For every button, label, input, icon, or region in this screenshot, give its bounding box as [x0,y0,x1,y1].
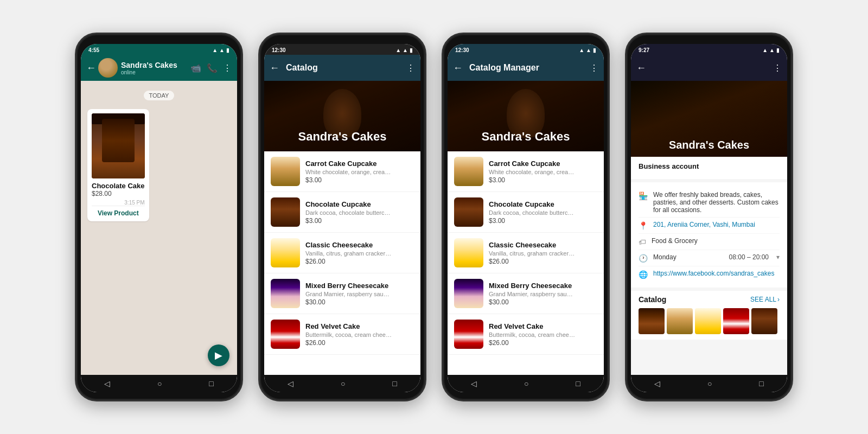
status-icons-4: ▲ ▲ ▮ [762,47,780,53]
voice-call-icon[interactable]: 📞 [207,63,218,73]
back-button-3[interactable]: ← [453,62,463,74]
back-button-4[interactable]: ← [636,62,646,74]
catalog-item-name-3: Mixed Berry Cheesecake [305,282,414,290]
phones-container: 4:55 ▲ ▲ ▮ ← Sandra's Cakes online 📹 [64,22,804,412]
catalog-item-price-4: $26.00 [305,339,414,347]
phone-2: 12:30 ▲ ▲ ▮ ← Catalog ⋮ Sandra's Cakes [258,33,426,401]
catalog-item-info-3: Mixed Berry Cheesecake Grand Marnier, ra… [305,282,414,306]
status-bar-1: 4:55 ▲ ▲ ▮ [81,44,237,55]
send-button[interactable]: ▶ [208,344,229,366]
contact-status: online [121,69,190,75]
tag-icon: 🏷 [639,238,646,246]
hours-row[interactable]: 🕐 Monday 08:00 – 20:00 ▾ [639,250,780,266]
catalog-item-info-0: Carrot Cake Cupcake White chocolate, ora… [305,159,414,184]
see-all-button[interactable]: SEE ALL › [750,296,780,303]
profile-hero: Sandra's Cakes [631,81,787,157]
catalog-item-desc-2: Vanilla, citrus, graham cracker crust... [489,250,576,257]
product-bubble: Chocolate Cake $28.00 3:15 PM View Produ… [87,109,149,221]
battery-icon-4: ▮ [776,47,780,53]
catalog-item[interactable]: Classic Cheesecake Vanilla, citrus, grah… [448,233,604,273]
video-call-icon[interactable]: 📹 [190,63,201,73]
profile-hero-title: Sandra's Cakes [631,139,787,151]
more-options-icon[interactable]: ⋮ [223,63,232,73]
catalog-hero-3: Sandra's Cakes [448,81,604,151]
catalog-thumbnails [631,306,787,340]
thumb-2[interactable] [667,308,693,334]
signal-icon-2: ▲ [403,47,408,53]
nav-back-2[interactable]: ◁ [288,379,293,388]
chevron-right-icon: › [777,296,780,303]
app-bar-4: ← ⋮ [631,55,787,81]
nav-home-1[interactable]: ○ [157,379,162,388]
catalog-item-img-3 [454,279,483,308]
more-options-icon-4[interactable]: ⋮ [773,63,782,73]
nav-home-2[interactable]: ○ [341,379,345,388]
catalog-item-name-1: Chocolate Cupcake [305,200,414,208]
catalog-item-price-0: $3.00 [305,176,414,184]
phone-4-screen: 9:27 ▲ ▲ ▮ ← ⋮ Sandra's Cakes Business a… [631,44,787,392]
wifi-icon-2: ▲ [395,47,401,53]
thumb-4[interactable] [723,308,749,334]
description-row: 🏪 We offer freshly baked breads, cakes, … [639,188,780,218]
info-section: 🏪 We offer freshly baked breads, cakes, … [631,182,787,288]
hero-title-3: Sandra's Cakes [482,130,570,151]
catalog-item-name-0: Carrot Cake Cupcake [305,159,414,168]
app-bar-icons-1: 📹 📞 ⋮ [190,63,232,73]
catalog-item-name-3: Mixed Berry Cheesecake [489,282,597,290]
catalog-item[interactable]: Red Velvet Cake Buttermilk, cocoa, cream… [264,314,420,355]
thumb-5[interactable] [751,308,777,334]
website-link[interactable]: https://www.facebook.com/sandras_cakes [653,270,780,277]
back-button-1[interactable]: ← [86,62,96,74]
catalog-item-info-4: Red Velvet Cake Buttermilk, cocoa, cream… [489,322,597,347]
thumb-3[interactable] [695,308,721,334]
back-button-2[interactable]: ← [270,62,279,74]
catalog-item[interactable]: Chocolate Cupcake Dark cocoa, chocolate … [264,192,420,233]
catalog-item[interactable]: Mixed Berry Cheesecake Grand Marnier, ra… [264,273,420,314]
globe-icon: 🌐 [639,270,648,279]
catalog-item-img-4 [271,320,300,349]
nav-recents-2[interactable]: □ [392,379,397,388]
nav-back-3[interactable]: ◁ [471,379,477,388]
catalog-item-name-1: Chocolate Cupcake [489,200,597,208]
more-options-icon-3[interactable]: ⋮ [590,63,598,73]
nav-recents-1[interactable]: □ [209,379,213,388]
phone-1-screen: 4:55 ▲ ▲ ▮ ← Sandra's Cakes online 📹 [81,44,237,392]
catalog-item-name-0: Carrot Cake Cupcake [489,159,597,168]
bottom-nav-3: ◁ ○ □ [448,375,604,392]
catalog-item[interactable]: Mixed Berry Cheesecake Grand Marnier, ra… [448,273,604,314]
catalog-item-info-4: Red Velvet Cake Buttermilk, cocoa, cream… [305,322,414,347]
business-account-section: Business account [631,157,787,179]
category-text: Food & Grocery [652,237,780,245]
catalog-item-info-3: Mixed Berry Cheesecake Grand Marnier, ra… [489,282,597,306]
battery-icon-2: ▮ [410,47,413,53]
catalog-item[interactable]: Chocolate Cupcake Dark cocoa, chocolate … [448,192,604,233]
catalog-item-img-0 [271,157,300,186]
catalog-item-desc-3: Grand Marnier, raspberry sauce... [489,291,576,297]
expand-hours-icon[interactable]: ▾ [776,253,780,261]
thumb-1[interactable] [639,308,665,334]
category-row: 🏷 Food & Grocery [639,234,780,250]
address-text[interactable]: 201, Areniia Corner, Vashi, Mumbai [653,221,780,228]
more-options-icon-2[interactable]: ⋮ [406,63,415,73]
nav-home-3[interactable]: ○ [524,379,528,388]
nav-back-1[interactable]: ◁ [104,379,110,388]
clock-icon: 🕐 [639,254,648,263]
status-time-4: 9:27 [639,47,649,53]
status-icons-1: ▲ ▲ ▮ [212,47,229,53]
view-product-link[interactable]: View Product [92,206,145,217]
nav-recents-4[interactable]: □ [759,379,763,388]
app-bar-2: ← Catalog ⋮ [264,55,420,81]
catalog-item-info-2: Classic Cheesecake Vanilla, citrus, grah… [489,241,597,265]
catalog-item[interactable]: Carrot Cake Cupcake White chocolate, ora… [264,151,420,192]
catalog-item[interactable]: Classic Cheesecake Vanilla, citrus, grah… [264,233,420,273]
address-row: 📍 201, Areniia Corner, Vashi, Mumbai [639,218,780,234]
nav-home-4[interactable]: ○ [707,379,712,388]
nav-recents-3[interactable]: □ [576,379,580,388]
catalog-manager-title: Catalog Manager [469,63,590,73]
nav-back-4[interactable]: ◁ [654,379,660,388]
catalog-item[interactable]: Carrot Cake Cupcake White chocolate, ora… [448,151,604,192]
app-bar-3: ← Catalog Manager ⋮ [448,55,604,81]
catalog-item-price-2: $26.00 [305,258,414,265]
catalog-item-price-4: $26.00 [489,339,597,347]
catalog-item[interactable]: Red Velvet Cake Buttermilk, cocoa, cream… [448,314,604,355]
